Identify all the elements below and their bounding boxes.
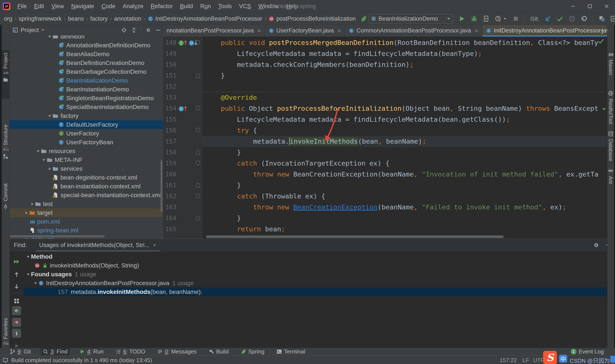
menu-vcs[interactable]: VCS <box>235 3 255 10</box>
ovrUp-icon[interactable]: O <box>178 105 188 112</box>
fold-region-icon[interactable] <box>196 215 200 221</box>
line-number[interactable]: 159 <box>164 158 176 169</box>
fold-region-icon[interactable] <box>196 193 200 199</box>
toolwindow-button-todo[interactable]: 6: TODO <box>113 348 147 355</box>
line-number[interactable]: 160 <box>164 169 176 180</box>
breadcrumb-item[interactable]: annotation <box>114 15 141 22</box>
tree-item-resources[interactable]: resources <box>10 147 163 156</box>
line-number[interactable]: 158 <box>164 147 176 158</box>
profiler-icon[interactable] <box>495 15 501 22</box>
line-number[interactable]: 165 <box>164 224 176 234</box>
locate-icon[interactable] <box>121 27 127 33</box>
toolwindow-button-messages[interactable]: 0: Messages <box>155 348 199 355</box>
expanded-arrow-icon[interactable] <box>47 36 53 39</box>
line-number[interactable]: 148 <box>164 37 176 48</box>
line-number[interactable]: 151 <box>164 70 176 81</box>
line-ending[interactable]: LF <box>522 357 529 364</box>
menu-run[interactable]: Run <box>197 3 214 10</box>
tree-item-AnnotationBeanDefinitionDemo[interactable]: CAnnotationBeanDefinitionDemo <box>10 41 163 50</box>
editor-horizontal-scrollbar[interactable] <box>206 235 504 238</box>
run-icon[interactable] <box>459 15 465 22</box>
find-result-row[interactable]: minvokeInitMethods(Object, String) <box>24 261 615 270</box>
gear-icon[interactable] <box>146 27 151 33</box>
breadcrumb-item[interactable]: factory <box>90 15 107 22</box>
find-result-row[interactable]: Found usages1 usage <box>24 270 615 279</box>
tree-item-target[interactable]: target <box>10 208 163 217</box>
menu-code[interactable]: Code <box>98 3 119 10</box>
expanded-arrow-icon[interactable] <box>33 281 38 285</box>
autoscroll-to-source-button[interactable] <box>12 318 21 327</box>
fold-region-icon[interactable] <box>196 160 200 166</box>
tree-item-factory[interactable]: factory <box>10 111 163 120</box>
tree-item-test[interactable]: test <box>10 199 163 208</box>
stripe-button-database[interactable]: Database <box>607 130 614 168</box>
expanded-arrow-icon[interactable] <box>41 158 47 162</box>
toolwindow-button-git[interactable]: 9: Git <box>8 348 33 355</box>
profiler-chevron-icon[interactable] <box>503 17 507 21</box>
history-icon[interactable] <box>569 15 575 22</box>
close-icon[interactable] <box>337 28 342 33</box>
minimize-button[interactable] <box>565 0 581 13</box>
menu-navigate[interactable]: Navigate <box>67 3 98 10</box>
line-number[interactable]: 161 <box>164 180 176 191</box>
find-results-tab[interactable]: Usages of invokeInitMethods(Object, Stri… <box>36 239 160 251</box>
toolwindow-button-terminal[interactable]: Terminal <box>274 348 307 355</box>
vcs-commit-icon[interactable] <box>557 15 563 22</box>
find-result-row[interactable]: Method <box>24 252 615 261</box>
editor-tab[interactable]: CUserFactoryBean.java <box>265 25 345 37</box>
hidden-tabs-icon[interactable] <box>600 28 605 33</box>
maximize-button[interactable] <box>581 0 598 13</box>
menu-tools[interactable]: Tools <box>214 3 235 10</box>
stop-icon[interactable] <box>513 15 519 22</box>
stripe-button-commit[interactable]: Commit <box>2 181 10 227</box>
tree-item-BeanAliasDemo[interactable]: CBeanAliasDemo <box>10 50 163 58</box>
close-icon[interactable] <box>257 28 261 33</box>
fold-region-icon[interactable] <box>196 127 200 133</box>
tree-item-definition[interactable]: definition <box>10 36 163 41</box>
breadcrumb-item[interactable]: org <box>4 15 12 22</box>
project-vertical-scrollbar[interactable] <box>160 160 162 212</box>
fold-region-icon[interactable] <box>196 105 200 112</box>
stripe-button-maven[interactable]: mMaven <box>607 50 614 86</box>
coverage-icon[interactable] <box>483 15 489 22</box>
tree-item-DefaultUserFactory[interactable]: CDefaultUserFactory <box>10 120 163 129</box>
changes-icon[interactable] <box>599 15 605 22</box>
tree-item-SpecialBeanInstantiationDemo[interactable]: CSpecialBeanInstantiationDemo <box>10 103 163 111</box>
expanded-arrow-icon[interactable] <box>47 114 53 118</box>
line-number[interactable]: 152 <box>164 81 176 92</box>
vcs-update-icon[interactable] <box>545 15 551 22</box>
tree-item-UserFactory[interactable]: IUserFactory <box>10 129 163 138</box>
caret-position[interactable]: 157:22 <box>500 357 517 364</box>
fold-region-icon[interactable] <box>196 72 200 79</box>
preview-usages-button[interactable]: i <box>12 329 21 338</box>
menu-refactor[interactable]: Refactor <box>147 3 176 10</box>
editor-tab[interactable]: CInitDestroyAnnotationBeanPostProcessor.… <box>482 25 607 37</box>
breadcrumb-method[interactable]: postProcessBeforeInitialization <box>276 15 356 22</box>
tree-item-META-INF[interactable]: META-INF <box>10 156 163 164</box>
collapsed-arrow-icon[interactable] <box>47 167 53 171</box>
line-number[interactable]: 150 <box>164 59 176 70</box>
minus-icon[interactable] <box>155 27 161 33</box>
hidden-tabs-chevron-icon[interactable] <box>600 28 605 33</box>
line-number[interactable]: 153 <box>164 92 176 103</box>
tree-item-services[interactable]: services <box>10 164 163 173</box>
editor-tab[interactable]: nnotationBeanPostProcessor.java <box>163 25 265 37</box>
line-number[interactable]: 155 <box>164 114 176 125</box>
tree-item-UserFactoryBean[interactable]: CUserFactoryBean <box>10 138 163 147</box>
run-configuration-select[interactable]: BeanInitializationDemo <box>368 14 453 24</box>
event-log-button[interactable]: 1 Event Log <box>571 348 604 355</box>
revert-icon[interactable] <box>581 15 587 22</box>
toolwindow-button-build[interactable]: Build <box>207 348 231 355</box>
jump-to-source-button[interactable] <box>12 306 21 315</box>
menu-file[interactable]: File <box>14 3 31 10</box>
breadcrumb-item[interactable]: beans <box>68 15 84 22</box>
line-number[interactable]: 156 <box>164 125 176 136</box>
fold-region-icon[interactable] <box>196 149 200 156</box>
error-stripe-mark[interactable] <box>602 108 605 110</box>
toolwindow-button-run[interactable]: 4: Run <box>78 348 106 355</box>
stripe-button-restfultool[interactable]: RestfulTool <box>607 89 614 132</box>
find-result-row[interactable]: CInitDestroyAnnotationBeanPostProcessor.… <box>24 279 615 287</box>
collapsed-arrow-icon[interactable] <box>29 202 35 206</box>
tree-item-special-bean-instantiation-context.xml[interactable]: special-bean-instantiation-context.xml <box>10 191 163 199</box>
breadcrumb-class[interactable]: InitDestroyAnnotationBeanPostProcessor <box>155 15 262 22</box>
